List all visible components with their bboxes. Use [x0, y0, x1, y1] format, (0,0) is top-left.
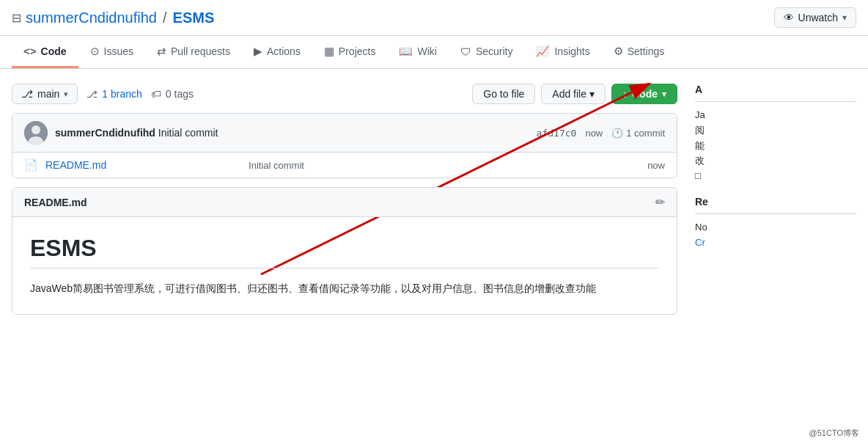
tab-wiki[interactable]: 📖 Wiki	[387, 36, 448, 68]
issues-tab-icon: ⊙	[90, 45, 100, 58]
security-tab-icon: 🛡	[460, 45, 471, 58]
goto-file-button[interactable]: Go to file	[472, 84, 535, 104]
readme-box: README.md ✏ ESMS JavaWeb简易图书管理系统，可进行借阅图书…	[12, 187, 677, 315]
commit-and-files-container: summerCndidnufihd Initial commit afd17c0…	[12, 113, 677, 178]
sidebar-edit-label: 改	[695, 153, 856, 169]
readme-sidebar-title: Re	[695, 196, 856, 214]
commit-box: summerCndidnufihd Initial commit afd17c0…	[12, 113, 677, 178]
sidebar-func-label: 能	[695, 139, 856, 154]
commit-hash[interactable]: afd17c0	[537, 128, 577, 139]
add-file-button[interactable]: Add file ▾	[541, 84, 606, 104]
unwatch-label: Unwatch	[798, 12, 838, 23]
readme-sidebar-text: No Cr	[695, 220, 856, 251]
actions-tab-icon: ▶	[254, 45, 262, 58]
avatar	[24, 121, 48, 145]
tab-projects[interactable]: ▦ Projects	[312, 36, 388, 68]
commit-count[interactable]: 🕐 1 commit	[611, 128, 665, 139]
branch-selector[interactable]: ⎇ main ▾	[12, 84, 78, 104]
code-button[interactable]: ↓ Code ▾	[611, 84, 677, 104]
history-icon: 🕐	[611, 128, 623, 139]
branch-bar: ⎇ main ▾ ⎇ 1 branch 🏷 0 tags Go to file	[12, 84, 677, 104]
file-icon: 📄	[24, 158, 38, 172]
branch-current-label: main	[37, 88, 59, 100]
pr-tab-icon: ⇄	[157, 45, 166, 58]
readme-project-name: ESMS	[30, 235, 659, 268]
branch-icon: ⎇	[21, 88, 33, 100]
tab-code[interactable]: <> Code	[12, 36, 78, 68]
commit-time: now	[585, 128, 603, 139]
about-text: Ja 阅 能 改 □	[695, 108, 856, 184]
repo-name[interactable]: ESMS	[173, 10, 215, 26]
pr-tab-label: Pull requests	[171, 45, 230, 57]
commit-message-text: Initial commit	[158, 127, 218, 139]
readme-description: JavaWeb简易图书管理系统，可进行借阅图书、归还图书、查看借阅记录等功能，以…	[30, 280, 659, 296]
branch-meta-icon: ⎇	[87, 89, 98, 100]
repo-icon: ⊟	[12, 11, 21, 25]
tag-icon: 🏷	[151, 88, 161, 100]
main-content: ⎇ main ▾ ⎇ 1 branch 🏷 0 tags Go to file	[12, 84, 677, 315]
security-tab-label: Security	[476, 45, 513, 57]
sidebar-java-label: Ja	[695, 108, 856, 123]
right-sidebar: A Ja 阅 能 改 □ Re No Cr	[695, 84, 856, 315]
file-commit-msg: Initial commit	[249, 160, 640, 171]
tab-issues[interactable]: ⊙ Issues	[78, 36, 145, 68]
repo-title: ⊟ summerCndidnufihd / ESMS	[12, 10, 774, 26]
tab-pull-requests[interactable]: ⇄ Pull requests	[145, 36, 242, 68]
create-label[interactable]: Cr	[695, 235, 856, 251]
commit-count-label: 1 commit	[626, 128, 665, 139]
about-section: A Ja 阅 能 改 □	[695, 84, 856, 184]
edit-icon[interactable]: ✏	[655, 195, 665, 209]
about-title: A	[695, 84, 856, 102]
no-label: No	[695, 220, 856, 235]
code-btn-arrow: ▾	[662, 89, 666, 99]
sidebar-read-label: 阅	[695, 123, 856, 139]
top-bar: ⊟ summerCndidnufihd / ESMS 👁 Unwatch ▾	[0, 0, 868, 36]
unwatch-arrow: ▾	[842, 12, 847, 23]
code-tab-icon: <>	[23, 45, 37, 57]
insights-tab-label: Insights	[554, 45, 589, 57]
readme-title: README.md	[24, 197, 87, 208]
wiki-tab-label: Wiki	[417, 45, 436, 57]
tab-actions[interactable]: ▶ Actions	[242, 36, 312, 68]
commit-right: afd17c0 now 🕐 1 commit	[537, 128, 665, 139]
file-time: now	[647, 160, 665, 171]
eye-icon: 👁	[784, 12, 794, 23]
branch-count-label: 1 branch	[102, 88, 141, 100]
tags-count-label: 0 tags	[166, 88, 194, 100]
readme-header: README.md ✏	[12, 188, 677, 217]
branch-dropdown-arrow: ▾	[64, 89, 68, 99]
file-row: 📄 README.md Initial commit now	[12, 153, 677, 178]
tab-insights[interactable]: 📈 Insights	[524, 36, 601, 68]
issues-tab-label: Issues	[104, 45, 133, 57]
download-icon: ↓	[622, 88, 628, 100]
tab-security[interactable]: 🛡 Security	[449, 37, 525, 68]
projects-tab-icon: ▦	[324, 45, 334, 58]
add-file-arrow: ▾	[589, 88, 595, 100]
wiki-tab-icon: 📖	[399, 45, 413, 58]
actions-tab-label: Actions	[267, 45, 301, 57]
readme-section: Re No Cr	[695, 196, 856, 251]
branch-right: Go to file Add file ▾ ↓ Code ▾	[472, 84, 677, 104]
nav-tabs: <> Code ⊙ Issues ⇄ Pull requests ▶ Actio…	[0, 36, 868, 69]
tags-count[interactable]: 🏷 0 tags	[151, 88, 194, 100]
commit-author[interactable]: summerCndidnufihd	[55, 127, 155, 139]
commit-info: summerCndidnufihd Initial commit	[55, 127, 529, 139]
unwatch-button[interactable]: 👁 Unwatch ▾	[774, 7, 856, 28]
settings-tab-label: Settings	[628, 45, 665, 57]
repo-separator: /	[163, 10, 167, 26]
settings-tab-icon: ⚙	[614, 45, 623, 58]
main-layout: ⎇ main ▾ ⎇ 1 branch 🏷 0 tags Go to file	[0, 69, 868, 329]
branch-count[interactable]: ⎇ 1 branch	[87, 88, 141, 100]
branch-left: ⎇ main ▾ ⎇ 1 branch 🏷 0 tags	[12, 84, 194, 104]
tab-settings[interactable]: ⚙ Settings	[602, 36, 677, 68]
svg-point-1	[32, 125, 40, 134]
sidebar-box-label: □	[695, 169, 856, 184]
readme-content: ESMS JavaWeb简易图书管理系统，可进行借阅图书、归还图书、查看借阅记录…	[12, 217, 677, 314]
commit-header: summerCndidnufihd Initial commit afd17c0…	[12, 114, 677, 153]
file-name[interactable]: README.md	[45, 159, 241, 171]
add-file-label: Add file	[552, 88, 586, 100]
repo-owner[interactable]: summerCndidnufihd	[26, 10, 157, 26]
code-tab-label: Code	[41, 45, 67, 57]
insights-tab-icon: 📈	[536, 45, 550, 58]
avatar-image	[24, 121, 48, 145]
